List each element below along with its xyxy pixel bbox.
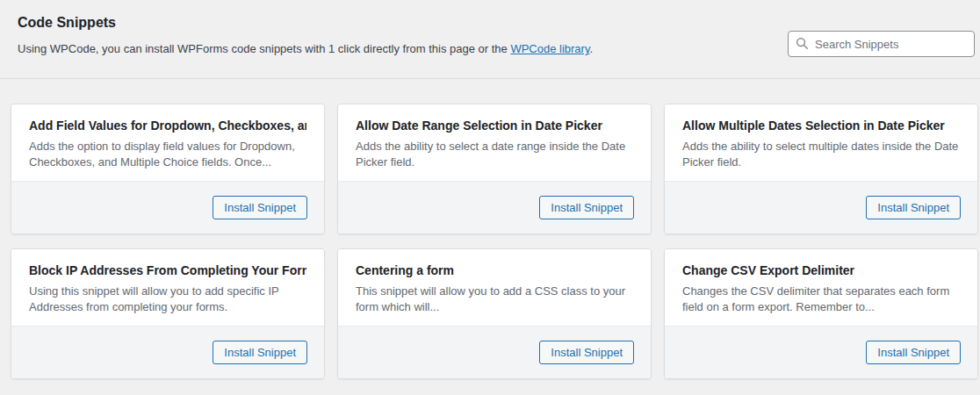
install-snippet-button[interactable]: Install Snippet (213, 196, 307, 220)
snippet-title: Add Field Values for Dropdown, Checkboxe… (29, 118, 306, 133)
page-title: Code Snippets (18, 15, 116, 31)
snippet-card: Allow Date Range Selection in Date Picke… (337, 104, 652, 234)
snippet-card-footer: Install Snippet (338, 326, 651, 378)
snippet-card: Add Field Values for Dropdown, Checkboxe… (11, 104, 325, 234)
snippet-card-footer: Install Snippet (11, 181, 324, 233)
snippet-card-footer: Install Snippet (11, 326, 324, 378)
snippet-description: Changes the CSV delimiter that separates… (682, 284, 960, 316)
snippet-card-body: Change CSV Export Delimiter Changes the … (665, 249, 977, 326)
page-header: Code Snippets Using WPCode, you can inst… (0, 0, 980, 79)
snippet-card-footer: Install Snippet (665, 181, 977, 233)
install-snippet-button[interactable]: Install Snippet (539, 341, 634, 365)
snippet-title: Centering a form (356, 263, 633, 277)
snippet-card-body: Centering a form This snippet will allow… (338, 249, 651, 326)
install-snippet-button[interactable]: Install Snippet (866, 196, 961, 220)
install-snippet-button[interactable]: Install Snippet (866, 341, 961, 365)
snippet-title: Change CSV Export Delimiter (682, 263, 960, 277)
snippet-card: Allow Multiple Dates Selection in Date P… (664, 104, 978, 234)
snippet-description: This snippet will allow you to add a CSS… (356, 284, 633, 316)
snippet-card-body: Allow Date Range Selection in Date Picke… (338, 104, 651, 181)
snippet-card-footer: Install Snippet (338, 181, 651, 233)
snippet-description: Using this snippet will allow you to add… (29, 284, 306, 316)
snippet-card: Block IP Addresses From Completing Your … (11, 248, 325, 379)
snippet-description: Adds the option to display field values … (29, 139, 306, 171)
search-input[interactable] (788, 31, 975, 57)
page-description-text: Using WPCode, you can install WPForms co… (18, 42, 510, 55)
snippet-card: Centering a form This snippet will allow… (337, 248, 652, 379)
snippet-card-body: Allow Multiple Dates Selection in Date P… (665, 104, 977, 181)
snippets-grid: Add Field Values for Dropdown, Checkboxe… (11, 104, 978, 379)
search-box (788, 31, 975, 57)
snippet-card-body: Block IP Addresses From Completing Your … (11, 249, 324, 326)
snippet-description: Adds the ability to select multiple date… (682, 139, 960, 171)
snippet-title: Allow Multiple Dates Selection in Date P… (682, 118, 960, 133)
snippet-card-footer: Install Snippet (665, 326, 977, 378)
page-description: Using WPCode, you can install WPForms co… (18, 42, 593, 55)
wpcode-library-link[interactable]: WPCode library (510, 42, 589, 55)
snippet-card-body: Add Field Values for Dropdown, Checkboxe… (11, 104, 324, 181)
snippet-title: Allow Date Range Selection in Date Picke… (356, 118, 633, 133)
page-description-suffix: . (589, 42, 593, 55)
install-snippet-button[interactable]: Install Snippet (539, 196, 634, 220)
snippet-card: Change CSV Export Delimiter Changes the … (664, 248, 978, 379)
install-snippet-button[interactable]: Install Snippet (213, 341, 307, 365)
snippet-description: Adds the ability to select a date range … (356, 139, 633, 171)
snippet-title: Block IP Addresses From Completing Your … (29, 263, 306, 277)
